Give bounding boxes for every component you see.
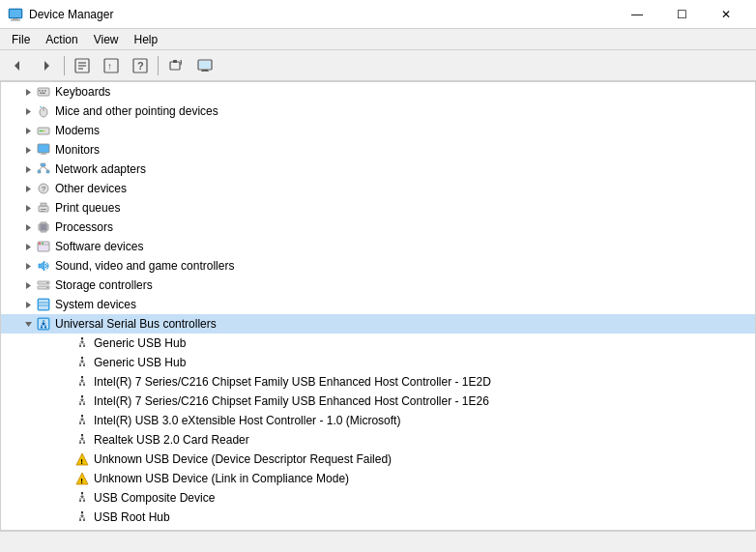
svg-marker-30	[26, 128, 31, 134]
svg-rect-1	[10, 10, 21, 17]
tree-toggle-print[interactable]	[20, 200, 36, 216]
title-bar: Device Manager — ☐ ✕	[0, 0, 756, 29]
usb-root-icon	[37, 317, 50, 331]
tree-toggle-usb-3[interactable]	[59, 374, 74, 390]
tree-toggle-network[interactable]	[20, 161, 36, 177]
device-tree[interactable]: Keyboards Mice and other pointing device…	[0, 81, 756, 531]
tree-toggle-usb-10[interactable]	[59, 509, 74, 525]
help-button[interactable]: ?	[127, 53, 154, 78]
tree-item-other[interactable]: ? Other devices	[1, 179, 755, 198]
tree-item-keyboards[interactable]: Keyboards	[1, 82, 755, 102]
tree-item-usb-4[interactable]: Intel(R) 7 Series/C216 Chipset Family US…	[1, 392, 755, 411]
svg-rect-152	[83, 519, 85, 521]
display-button[interactable]	[191, 53, 218, 78]
update-driver-button[interactable]: ↑	[98, 53, 125, 78]
tree-toggle-usb-11[interactable]	[59, 529, 74, 531]
app-icon	[8, 7, 23, 22]
svg-rect-25	[40, 93, 45, 95]
forward-button[interactable]	[33, 53, 60, 78]
svg-rect-153	[81, 511, 83, 513]
tree-toggle-system[interactable]	[20, 297, 36, 312]
svg-rect-38	[41, 154, 46, 155]
svg-text:?: ?	[42, 185, 46, 193]
display-icon	[197, 58, 213, 73]
tree-item-sound[interactable]: Sound, video and game controllers	[1, 256, 755, 276]
tree-item-usb-3[interactable]: Intel(R) 7 Series/C216 Chipset Family US…	[1, 372, 755, 392]
tree-item-network[interactable]: Network adapters	[1, 160, 755, 179]
tree-item-usb-8[interactable]: ! Unknown USB Device (Link in Compliance…	[1, 469, 755, 488]
tree-toggle-usb-7[interactable]	[59, 451, 74, 467]
tree-toggle-modems[interactable]	[20, 123, 36, 138]
svg-rect-52	[41, 211, 44, 212]
maximize-button[interactable]: ☐	[659, 0, 704, 29]
svg-marker-116	[80, 399, 84, 402]
tree-toggle-usb[interactable]	[20, 316, 36, 332]
tree-item-usb[interactable]: Universal Serial Bus controllers	[1, 314, 755, 334]
tree-label-usb-2: Generic USB Hub	[94, 356, 186, 369]
svg-marker-5	[44, 61, 49, 71]
status-bar	[0, 531, 756, 552]
svg-rect-134	[83, 442, 85, 444]
tree-toggle-usb-6[interactable]	[59, 432, 74, 448]
tree-item-usb-7[interactable]: ! Unknown USB Device (Device Descriptor …	[1, 450, 755, 469]
svg-marker-85	[25, 322, 32, 327]
tree-toggle-monitors[interactable]	[20, 142, 36, 158]
modem-icon	[37, 124, 50, 137]
tree-item-usb-6[interactable]: Realtek USB 2.0 Card Reader	[1, 430, 755, 450]
minimize-button[interactable]: —	[615, 0, 659, 29]
tree-item-mice[interactable]: Mice and other pointing devices	[1, 102, 755, 121]
close-button[interactable]: ✕	[704, 0, 748, 29]
tree-toggle-sound[interactable]	[20, 258, 36, 274]
tree-item-print[interactable]: Print queues	[1, 198, 755, 218]
svg-rect-15	[173, 60, 177, 63]
tree-toggle-usb-8[interactable]	[59, 471, 74, 486]
menu-view[interactable]: View	[86, 31, 127, 48]
tree-toggle-processors[interactable]	[20, 219, 36, 235]
tree-toggle-usb-1[interactable]	[59, 335, 74, 351]
tree-item-usb-11[interactable]: USB Root Hub	[1, 527, 755, 531]
tree-toggle-storage[interactable]	[20, 277, 36, 293]
tree-label-usb-4: Intel(R) 7 Series/C216 Chipset Family US…	[94, 394, 489, 408]
svg-rect-36	[38, 144, 49, 153]
usb-device-icon	[75, 491, 89, 505]
tree-toggle-keyboards[interactable]	[20, 84, 36, 100]
tree-toggle-software[interactable]	[20, 239, 36, 254]
toolbar: ↑ ?	[0, 50, 756, 81]
tree-toggle-usb-2[interactable]	[59, 355, 74, 370]
svg-rect-121	[81, 395, 83, 397]
properties-button[interactable]	[69, 53, 96, 78]
svg-rect-93	[44, 327, 46, 329]
tree-item-usb-10[interactable]: USB Root Hub	[1, 508, 755, 527]
tree-toggle-usb-4[interactable]	[59, 393, 74, 409]
tree-label-modems: Modems	[55, 124, 100, 137]
scan-hardware-button[interactable]	[162, 53, 189, 78]
menu-help[interactable]: Help	[127, 31, 166, 48]
tree-label-sound: Sound, video and game controllers	[55, 259, 234, 273]
tree-item-modems[interactable]: Modems	[1, 121, 755, 140]
tree-item-system[interactable]: System devices	[1, 295, 755, 314]
tree-item-monitors[interactable]: Monitors	[1, 140, 755, 160]
svg-rect-145	[83, 500, 85, 502]
tree-item-usb-5[interactable]: Intel(R) USB 3.0 eXtensible Host Control…	[1, 411, 755, 430]
tree-item-software[interactable]: Software devices	[1, 237, 755, 256]
svg-marker-148	[80, 515, 84, 518]
usb-device-icon	[75, 375, 89, 389]
tree-item-usb-1[interactable]: Generic USB Hub	[1, 334, 755, 353]
tree-toggle-usb-5[interactable]	[59, 413, 74, 428]
tree-toggle-other[interactable]	[20, 181, 36, 196]
svg-rect-18	[202, 70, 208, 71]
tree-item-storage[interactable]: Storage controllers	[1, 276, 755, 295]
tree-item-processors[interactable]: Processors	[1, 218, 755, 237]
menu-action[interactable]: Action	[38, 31, 85, 48]
svg-rect-2	[13, 18, 18, 20]
tree-toggle-usb-9[interactable]	[59, 490, 74, 506]
menu-file[interactable]: File	[4, 31, 38, 48]
scan-hardware-icon	[168, 58, 184, 73]
tree-item-usb-9[interactable]: USB Composite Device	[1, 488, 755, 508]
svg-point-34	[44, 131, 45, 132]
tree-label-usb-8: Unknown USB Device (Link in Compliance M…	[94, 472, 349, 485]
back-button[interactable]	[4, 53, 31, 78]
svg-rect-105	[79, 364, 81, 366]
tree-item-usb-2[interactable]: Generic USB Hub	[1, 353, 755, 372]
tree-toggle-mice[interactable]	[20, 103, 36, 119]
